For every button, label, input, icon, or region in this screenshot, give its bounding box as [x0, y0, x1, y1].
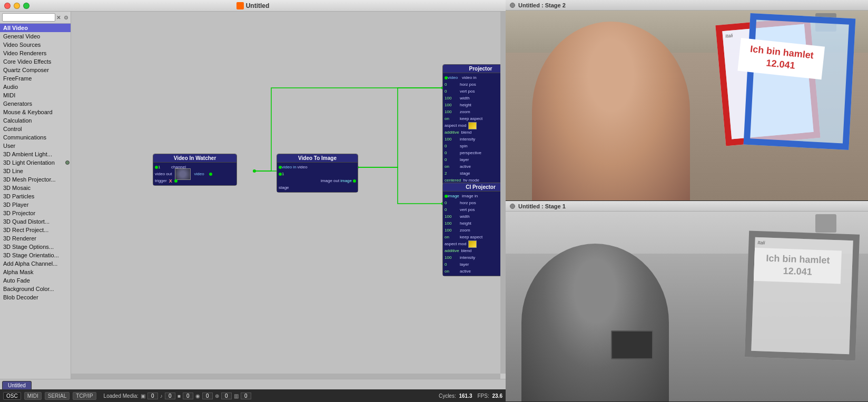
right-panel: Untitled : Stage 2 Itali	[506, 0, 868, 402]
node-row: onkeep aspect	[443, 234, 506, 240]
status-bar: OSC MIDI SERIAL TCP/IP Loaded Media: ▣ 0…	[0, 389, 506, 402]
sidebar-item-blob-decoder[interactable]: Blob Decoder	[0, 293, 71, 302]
sidebar-item-alpha-mask[interactable]: Alpha Mask	[0, 268, 71, 276]
node-projector-title: Projector	[443, 65, 506, 73]
sidebar-item-generators[interactable]: Generators	[0, 99, 71, 108]
sidebar: ✕ ⚙ All Video General Video Video Source…	[0, 12, 71, 379]
node-row: 0horz pos	[443, 81, 506, 88]
sidebar-item-background-color[interactable]: Background Color...	[0, 285, 71, 293]
stage1-device	[611, 330, 653, 359]
bottom-tabs: Untitled	[0, 379, 506, 389]
media-count-audio: 0	[165, 393, 175, 399]
canvas-scrollbar-vertical[interactable]	[500, 12, 506, 374]
port-right[interactable]	[353, 179, 356, 183]
sidebar-item-3d-stage-orientation[interactable]: 3D Stage Orientatio...	[0, 251, 71, 259]
sidebar-item-audio[interactable]: Audio	[0, 83, 71, 91]
sidebar-item-video-sources[interactable]: Video Sources	[0, 41, 71, 49]
sidebar-item-3d-rect[interactable]: 3D Rect Project...	[0, 226, 71, 234]
sidebar-item-general-video[interactable]: General Video	[0, 32, 71, 41]
node-row: video video in	[443, 74, 506, 81]
serial-button[interactable]: SERIAL	[45, 392, 70, 400]
sidebar-item-3d-light[interactable]: 3D Light Orientation	[0, 158, 71, 167]
sidebar-item-auto-fade[interactable]: Auto Fade	[0, 276, 71, 285]
connections-svg	[71, 12, 500, 374]
video-thumbnail	[175, 168, 191, 180]
sidebar-item-midi[interactable]: MIDI	[0, 91, 71, 99]
maximize-button[interactable]	[23, 3, 29, 9]
sidebar-item-3d-player[interactable]: 3D Player	[0, 200, 71, 209]
fps-label: FPS:	[478, 393, 489, 399]
sidebar-item-3d-line[interactable]: 3D Line	[0, 167, 71, 175]
port-right[interactable]	[174, 179, 177, 183]
close-button[interactable]	[4, 3, 11, 9]
node-row: 0perspective	[443, 149, 506, 156]
node-row: 100width	[443, 213, 506, 220]
node-row: 0spin	[443, 143, 506, 149]
sidebar-item-3d-particles[interactable]: 3D Particles	[0, 192, 71, 200]
node-projector[interactable]: Projector video video in 0horz pos 0vert…	[442, 64, 506, 185]
media-count-c4: 0	[241, 393, 251, 399]
node-video-to-image-title: Video To Image	[277, 154, 358, 163]
node-row: 0layer	[443, 156, 506, 163]
node-row: additiveblend	[443, 129, 506, 136]
sidebar-item-quartz-composer[interactable]: Quartz Composer	[0, 66, 71, 74]
node-row: 100zoom	[443, 108, 506, 115]
node-row: stage	[277, 184, 358, 191]
node-row: 100height	[443, 220, 506, 227]
sidebar-item-freeframe[interactable]: FreeFrame	[0, 74, 71, 83]
sidebar-item-3d-mosaic[interactable]: 3D Mosaic	[0, 184, 71, 192]
cycles-label: Cycles:	[439, 393, 456, 399]
canvas-scrollbar-horizontal[interactable]	[71, 374, 500, 379]
node-row: trigger X	[153, 177, 236, 184]
node-row: 2stage	[443, 170, 506, 177]
sidebar-item-3d-stage-options[interactable]: 3D Stage Options...	[0, 243, 71, 251]
sidebar-item-video-renderers[interactable]: Video Renderers	[0, 49, 71, 57]
stage-1-content: Itali Ich bin hamlet 12.041	[506, 212, 868, 401]
media-icon-c2: ◉	[195, 393, 200, 399]
sidebar-clear-button[interactable]: ✕	[56, 15, 61, 21]
image-label: image	[340, 178, 352, 183]
sidebar-item-core-video-effects[interactable]: Core Video Effects	[0, 57, 71, 66]
sidebar-item-all-video[interactable]: All Video	[0, 24, 71, 32]
media-icon-audio: ♪	[160, 393, 163, 399]
node-canvas[interactable]: Video In Watcher 1 channel video out	[71, 12, 500, 374]
sidebar-item-3d-ambient[interactable]: 3D Ambient Light...	[0, 150, 71, 158]
node-ci-projector[interactable]: CI Projector image image in 0horz pos 0v…	[442, 183, 506, 276]
node-row: 1	[277, 170, 358, 177]
sidebar-item-add-alpha[interactable]: Add Alpha Channel...	[0, 259, 71, 268]
sidebar-item-3d-quad[interactable]: 3D Quad Distort...	[0, 217, 71, 226]
port-right[interactable]	[209, 173, 212, 176]
osc-button[interactable]: OSC	[3, 392, 21, 400]
sidebar-item-communications[interactable]: Communications	[0, 133, 71, 142]
sidebar-item-mouse-keyboard[interactable]: Mouse & Keyboard	[0, 108, 71, 116]
node-video-to-image[interactable]: Video To Image video in video 1 image	[277, 154, 358, 193]
node-canvas-area[interactable]: Video In Watcher 1 channel video out	[71, 12, 506, 379]
stage-2-circle-btn[interactable]	[510, 3, 515, 8]
tcp-button[interactable]: TCP/IP	[73, 392, 96, 400]
sidebar-item-3d-mesh[interactable]: 3D Mesh Projector...	[0, 175, 71, 184]
stage-2-title-bar: Untitled : Stage 2	[506, 0, 868, 11]
sidebar-search-input[interactable]	[2, 13, 55, 22]
main-window: Untitled ✕ ⚙ All Video General Video Vid…	[0, 0, 506, 402]
node-row: onactive	[443, 163, 506, 170]
title-label: Untitled	[246, 2, 270, 9]
svg-point-0	[253, 169, 256, 173]
node-video-in-watcher[interactable]: Video In Watcher 1 channel video out	[153, 154, 237, 186]
midi-button[interactable]: MIDI	[24, 392, 42, 400]
sidebar-item-calculation[interactable]: Calculation	[0, 116, 71, 125]
node-row: 0vert pos	[443, 206, 506, 213]
media-icon-video: ▣	[141, 393, 145, 399]
stage2-blue-frame: Ich bin hamlet 12.041	[744, 13, 856, 150]
loaded-media-label: Loaded Media:	[104, 393, 139, 399]
minimize-button[interactable]	[14, 3, 20, 9]
node-row: 100intensity	[443, 136, 506, 143]
stage2-text-box: Ich bin hamlet 12.041	[737, 38, 825, 79]
tab-untitled[interactable]: Untitled	[2, 381, 32, 389]
sidebar-item-3d-projector[interactable]: 3D Projector	[0, 209, 71, 217]
sidebar-item-3d-renderer[interactable]: 3D Renderer	[0, 234, 71, 243]
sidebar-item-user[interactable]: User	[0, 142, 71, 150]
sidebar-item-control[interactable]: Control	[0, 125, 71, 133]
content-area: ✕ ⚙ All Video General Video Video Source…	[0, 12, 506, 379]
stage-1-circle-btn[interactable]	[510, 204, 515, 209]
sidebar-config-icon[interactable]: ⚙	[64, 15, 68, 21]
